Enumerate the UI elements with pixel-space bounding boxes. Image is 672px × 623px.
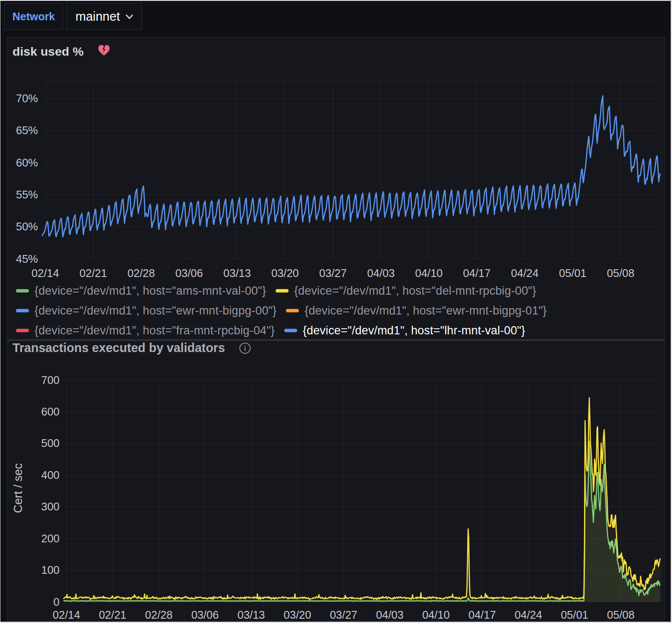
svg-text:03/20: 03/20 [271,267,299,279]
svg-text:55%: 55% [16,189,38,201]
svg-text:05/08: 05/08 [607,609,634,621]
svg-text:02/21: 02/21 [99,609,126,621]
svg-text:03/13: 03/13 [237,609,265,621]
svg-text:0: 0 [53,596,60,608]
svg-text:400: 400 [41,469,60,481]
svg-text:700: 700 [41,374,60,386]
svg-text:Cert / sec: Cert / sec [12,463,25,513]
svg-text:100: 100 [41,564,60,576]
svg-text:300: 300 [41,500,60,513]
svg-text:500: 500 [41,437,60,449]
svg-text:02/14: 02/14 [31,267,59,279]
svg-text:04/03: 04/03 [376,609,404,621]
svg-text:04/24: 04/24 [511,267,539,279]
svg-text:05/08: 05/08 [607,267,634,279]
svg-text:03/06: 03/06 [191,609,219,621]
svg-text:04/10: 04/10 [415,267,443,279]
svg-text:04/10: 04/10 [422,609,450,621]
svg-text:600: 600 [41,406,60,418]
svg-text:04/03: 04/03 [367,267,395,279]
svg-text:200: 200 [41,532,60,544]
svg-text:02/28: 02/28 [127,267,155,279]
svg-text:03/27: 03/27 [330,609,358,621]
svg-text:03/13: 03/13 [223,267,251,279]
svg-text:04/17: 04/17 [463,267,491,279]
svg-text:60%: 60% [16,157,38,169]
svg-text:70%: 70% [16,92,38,104]
svg-text:04/17: 04/17 [468,609,496,621]
svg-text:03/27: 03/27 [319,267,347,279]
svg-text:02/14: 02/14 [53,609,80,621]
svg-text:02/28: 02/28 [145,609,173,621]
svg-text:50%: 50% [16,220,38,233]
svg-text:45%: 45% [16,253,38,265]
svg-text:03/20: 03/20 [284,609,311,621]
svg-text:05/01: 05/01 [559,267,587,279]
svg-text:02/21: 02/21 [79,267,107,279]
svg-text:65%: 65% [16,124,38,136]
svg-text:05/01: 05/01 [561,609,588,621]
svg-text:03/06: 03/06 [176,267,203,279]
svg-text:04/24: 04/24 [515,609,542,621]
